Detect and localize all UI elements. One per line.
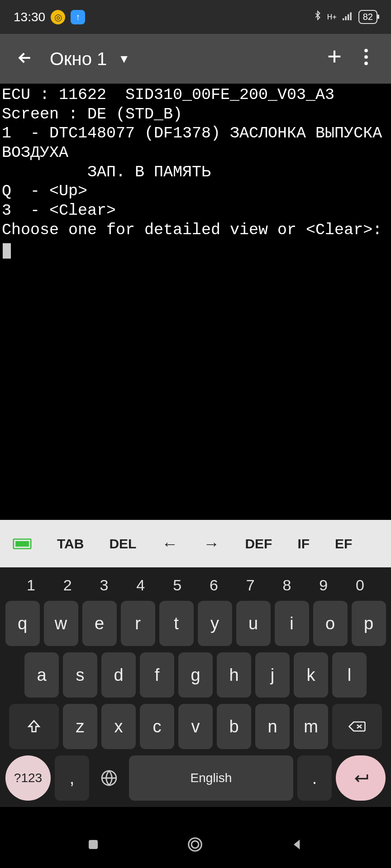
network-type-label: H+ — [327, 14, 337, 21]
svg-point-2 — [364, 61, 368, 65]
key-z[interactable]: z — [63, 704, 97, 749]
key-g[interactable]: g — [178, 652, 213, 698]
num-hint: 4 — [122, 576, 159, 594]
num-hint: 3 — [86, 576, 123, 594]
key-i[interactable]: i — [275, 601, 309, 646]
key-r[interactable]: r — [121, 601, 155, 646]
window-title: Окно 1 — [50, 49, 107, 69]
key-d[interactable]: d — [101, 652, 136, 698]
key-shift[interactable] — [9, 704, 59, 749]
extra-key-row: TAB DEL ← → DEF IF EF — [0, 520, 391, 567]
key-symbols[interactable]: ?123 — [5, 755, 51, 801]
key-p[interactable]: p — [352, 601, 386, 646]
status-time: 13:30 — [14, 10, 45, 24]
nav-recent-icon[interactable] — [86, 838, 100, 853]
num-hint: 9 — [305, 576, 342, 594]
key-if[interactable]: IF — [285, 520, 322, 567]
key-left[interactable]: ← — [149, 520, 191, 567]
toggle-keyboard-icon[interactable] — [0, 520, 44, 567]
menu-button[interactable] — [350, 49, 382, 69]
key-del[interactable]: DEL — [96, 520, 149, 567]
key-w[interactable]: w — [44, 601, 78, 646]
terminal-line: Choose one for detailed view or <Clear>: — [2, 221, 382, 239]
num-hint: 1 — [13, 576, 49, 594]
battery-indicator: 82 — [358, 10, 377, 24]
svg-point-1 — [364, 55, 368, 59]
window-selector[interactable]: Окно 1 ▼ — [50, 49, 130, 69]
key-a[interactable]: a — [24, 652, 59, 698]
terminal-line: 3 - <Clear> — [2, 202, 116, 220]
key-backspace[interactable] — [332, 704, 382, 749]
key-space[interactable]: English — [129, 755, 293, 801]
dropdown-icon: ▼ — [118, 52, 130, 66]
add-button[interactable] — [319, 47, 350, 70]
app-indicator-icon: ◎ — [51, 10, 65, 24]
upload-icon: ↑ — [71, 10, 85, 24]
key-def[interactable]: DEF — [232, 520, 285, 567]
nav-back-icon[interactable] — [290, 837, 305, 854]
number-hint-row: 1 2 3 4 5 6 7 8 9 0 — [4, 572, 387, 601]
svg-point-0 — [364, 49, 368, 52]
key-o[interactable]: o — [313, 601, 348, 646]
key-c[interactable]: c — [140, 704, 174, 749]
num-hint: 8 — [269, 576, 305, 594]
status-bar: 13:30 ◎ ↑ H+ 82 — [0, 0, 391, 34]
soft-keyboard: 1 2 3 4 5 6 7 8 9 0 q w e r t y u i o p … — [0, 567, 391, 807]
num-hint: 0 — [342, 576, 378, 594]
key-b[interactable]: b — [217, 704, 251, 749]
terminal-line: Screen : DE (STD_B) — [2, 105, 182, 123]
num-hint: 7 — [232, 576, 269, 594]
terminal-line: ЗАП. В ПАМЯТЬ — [2, 163, 211, 181]
signal-icon — [341, 10, 354, 24]
key-t[interactable]: t — [159, 601, 194, 646]
key-right[interactable]: → — [191, 520, 232, 567]
key-x[interactable]: x — [101, 704, 136, 749]
app-bar: Окно 1 ▼ — [0, 34, 391, 84]
key-h[interactable]: h — [217, 652, 251, 698]
key-tab[interactable]: TAB — [44, 520, 96, 567]
key-e[interactable]: e — [82, 601, 117, 646]
key-k[interactable]: k — [294, 652, 328, 698]
svg-rect-4 — [15, 541, 29, 546]
key-ef[interactable]: EF — [322, 520, 357, 567]
back-button[interactable] — [9, 49, 41, 69]
key-comma[interactable]: , — [55, 755, 89, 801]
key-j[interactable]: j — [255, 652, 290, 698]
key-period[interactable]: . — [297, 755, 332, 801]
num-hint: 2 — [49, 576, 86, 594]
key-f[interactable]: f — [140, 652, 174, 698]
key-l[interactable]: l — [332, 652, 367, 698]
key-enter[interactable] — [336, 755, 386, 801]
terminal-cursor — [3, 243, 11, 259]
system-nav-bar — [0, 823, 391, 868]
bluetooth-icon — [313, 9, 323, 25]
key-language[interactable] — [93, 755, 125, 801]
key-m[interactable]: m — [294, 704, 328, 749]
key-n[interactable]: n — [255, 704, 290, 749]
svg-point-8 — [191, 841, 199, 848]
key-y[interactable]: y — [198, 601, 232, 646]
key-v[interactable]: v — [178, 704, 213, 749]
svg-point-7 — [189, 838, 202, 851]
num-hint: 6 — [196, 576, 232, 594]
nav-home-icon[interactable] — [186, 836, 204, 855]
terminal-line: Q - <Up> — [2, 182, 87, 200]
terminal-output[interactable]: ECU : 11622 SID310_00FE_200_V03_A3 Scree… — [0, 84, 391, 520]
key-q[interactable]: q — [5, 601, 40, 646]
key-s[interactable]: s — [63, 652, 97, 698]
key-u[interactable]: u — [236, 601, 271, 646]
svg-rect-6 — [89, 840, 98, 849]
num-hint: 5 — [159, 576, 196, 594]
terminal-line: ECU : 11622 SID310_00FE_200_V03_A3 — [2, 86, 334, 104]
terminal-line: 1 - DTC148077 (DF1378) ЗАСЛОНКА ВЫПУСКА … — [2, 124, 391, 162]
